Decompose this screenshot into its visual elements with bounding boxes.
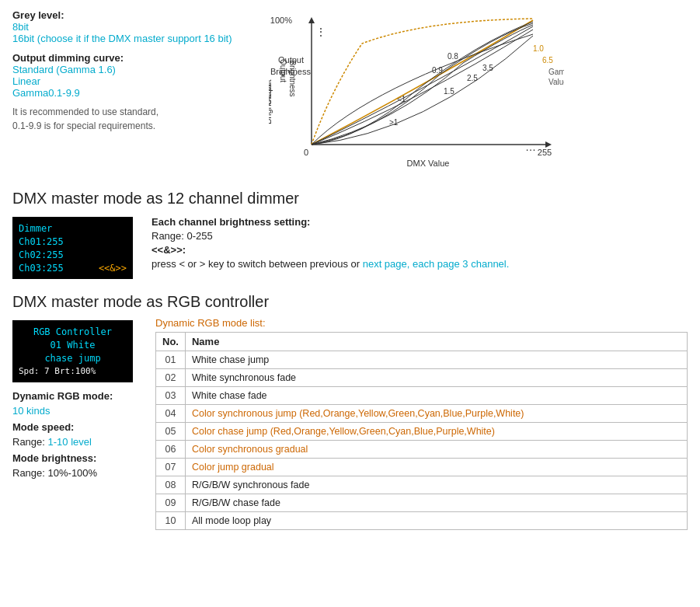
- svg-text:Value: Value: [549, 78, 564, 86]
- brightness-chart: Output Brightness Output Brightness Outp…: [269, 12, 564, 176]
- svg-text:6.5: 6.5: [542, 56, 553, 65]
- table-row: 03White chase fade: [156, 387, 688, 405]
- table-cell-name: Color synchronous gradual: [185, 441, 687, 459]
- svg-marker-2: [308, 17, 315, 23]
- table-row: 06Color synchronous gradual: [156, 441, 688, 459]
- svg-text:3.5: 3.5: [482, 64, 493, 72]
- dmx-display-title: Dimmer: [19, 223, 127, 234]
- nav-label: <<&>>:: [151, 244, 186, 256]
- dmx-12ch-section: Dimmer Ch01:255 Ch02:255 Ch03:255 <<&>> …: [12, 214, 688, 279]
- col-no-header: No.: [156, 333, 186, 351]
- table-row: 09R/G/B/W chase fade: [156, 494, 688, 512]
- rgb-display-line1: RGB Controller: [19, 326, 127, 337]
- 8bit-option[interactable]: 8bit: [12, 21, 29, 33]
- svg-text:2.5: 2.5: [467, 74, 478, 82]
- output-curve-note: It is recommended to use standard, 0.1-9…: [12, 105, 253, 133]
- rgb-display-box: RGB Controller 01 White chase jump Spd: …: [12, 320, 133, 382]
- table-cell-no: 09: [156, 494, 186, 512]
- 16bit-option[interactable]: 16bit (choose it if the DMX master suppo…: [12, 33, 232, 44]
- mode-speed-label: Mode speed:: [12, 421, 74, 433]
- table-row: 08R/G/B/W synchronous fade: [156, 476, 688, 494]
- dmx-nav-arrows: <<&>>: [99, 263, 127, 274]
- table-row: 05Color chase jump (Red,Orange,Yellow,Gr…: [156, 423, 688, 441]
- table-cell-name: White synchronous fade: [185, 369, 687, 387]
- table-cell-no: 10: [156, 512, 186, 530]
- grey-level-section: Grey level: 8bit 16bit (choose it if the…: [12, 9, 253, 44]
- table-cell-name: All mode loop play: [185, 512, 687, 530]
- svg-text:100%: 100%: [270, 16, 292, 25]
- dynamic-rgb-info: Dynamic RGB mode: 10 kinds Mode speed: R…: [12, 390, 137, 479]
- mode-speed-value: Range: 1-10 level: [12, 436, 137, 448]
- left-settings-panel: Grey level: 8bit 16bit (choose it if the…: [12, 9, 253, 176]
- rgb-display-line3: chase jump: [19, 353, 127, 364]
- dmx-ch02-row: Ch02:255: [19, 249, 127, 260]
- svg-text:1.0: 1.0: [533, 44, 544, 53]
- svg-text:Brightness: Brightness: [270, 67, 311, 76]
- table-cell-name: Color chase jump (Red,Orange,Yellow,Gree…: [185, 423, 687, 441]
- svg-text:255: 255: [538, 148, 552, 157]
- col-name-header: Name: [185, 333, 687, 351]
- table-row: 02White synchronous fade: [156, 369, 688, 387]
- table-cell-no: 07: [156, 459, 186, 476]
- rgb-left-panel: RGB Controller 01 White chase jump Spd: …: [12, 317, 137, 479]
- rgb-controller-heading: DMX master mode as RGB controller: [12, 293, 688, 311]
- dynamic-mode-label: Dynamic RGB mode:: [12, 390, 113, 402]
- brightness-range: Range: 0-255: [151, 230, 688, 242]
- table-row: 07Color jump gradual: [156, 459, 688, 476]
- table-row: 10All mode loop play: [156, 512, 688, 530]
- rgb-display-line2: 01 White: [19, 340, 127, 351]
- table-cell-name: Color jump gradual: [185, 459, 687, 476]
- svg-text:1.5: 1.5: [444, 87, 454, 96]
- table-cell-name: White chase jump: [185, 351, 687, 369]
- mode-brightness-label: Mode brightness:: [12, 452, 96, 464]
- svg-text:Output: Output: [278, 55, 304, 65]
- table-cell-name: R/G/B/W chase fade: [185, 494, 687, 512]
- standard-option[interactable]: Standard (Gamma 1.6): [12, 64, 116, 75]
- svg-text:⋮: ⋮: [315, 26, 326, 38]
- dynamic-mode-value: 10 kinds: [12, 405, 137, 417]
- dmx-ch03-row: Ch03:255 <<&>>: [19, 263, 127, 274]
- output-curve-section: Output dimming curve: Standard (Gamma 1.…: [12, 52, 253, 99]
- dmx-12ch-heading: DMX master mode as 12 channel dimmer: [12, 190, 688, 208]
- rgb-section: RGB Controller 01 White chase jump Spd: …: [12, 317, 688, 530]
- table-cell-no: 04: [156, 405, 186, 423]
- brightness-chart-panel: Output Brightness Output Brightness Outp…: [269, 9, 688, 176]
- rgb-display-line4: Spd: 7 Brt:100%: [19, 366, 127, 376]
- svg-text:…: …: [525, 141, 536, 153]
- gamma-option[interactable]: Gamma0.1-9.9: [12, 87, 80, 99]
- table-cell-no: 03: [156, 387, 186, 405]
- svg-text:DMX Value: DMX Value: [407, 159, 450, 168]
- mode-brightness-value: Range: 10%-100%: [12, 467, 137, 479]
- linear-option[interactable]: Linear: [12, 75, 40, 87]
- table-cell-no: 02: [156, 369, 186, 387]
- svg-text:Brightness: Brightness: [288, 60, 297, 96]
- svg-text:0.8: 0.8: [448, 52, 458, 61]
- table-cell-no: 05: [156, 423, 186, 441]
- table-cell-name: R/G/B/W synchronous fade: [185, 476, 687, 494]
- dmx-display-box: Dimmer Ch01:255 Ch02:255 Ch03:255 <<&>>: [12, 217, 133, 279]
- output-curve-label: Output dimming curve:: [12, 52, 124, 64]
- table-row: 04Color synchronous jump (Red,Orange,Yel…: [156, 405, 688, 423]
- table-label: Dynamic RGB mode list:: [155, 317, 688, 329]
- channel-info: Each channel brightness setting: Range: …: [151, 214, 688, 270]
- table-cell-no: 01: [156, 351, 186, 369]
- dmx-ch01-row: Ch01:255: [19, 236, 127, 247]
- table-cell-name: Color synchronous jump (Red,Orange,Yello…: [185, 405, 687, 423]
- table-cell-no: 06: [156, 441, 186, 459]
- svg-text:Gamma: Gamma: [549, 68, 564, 76]
- table-row: 01White chase jump: [156, 351, 688, 369]
- table-cell-name: White chase fade: [185, 387, 687, 405]
- grey-level-label: Grey level:: [12, 9, 64, 21]
- rgb-right-panel: Dynamic RGB mode list: No. Name 01White …: [155, 317, 688, 530]
- table-cell-no: 08: [156, 476, 186, 494]
- rgb-mode-table: No. Name 01White chase jump02White synch…: [155, 332, 688, 530]
- nav-desc: press < or > key to switch between previ…: [151, 258, 688, 270]
- svg-marker-3: [545, 141, 552, 148]
- svg-text:0: 0: [304, 148, 308, 157]
- svg-text:Brightness: Brightness: [269, 84, 273, 124]
- table-header-row: No. Name: [156, 333, 688, 351]
- brightness-setting-label: Each channel brightness setting:: [151, 216, 310, 228]
- chart-svg: Output Brightness Output Brightness Outp…: [269, 12, 564, 176]
